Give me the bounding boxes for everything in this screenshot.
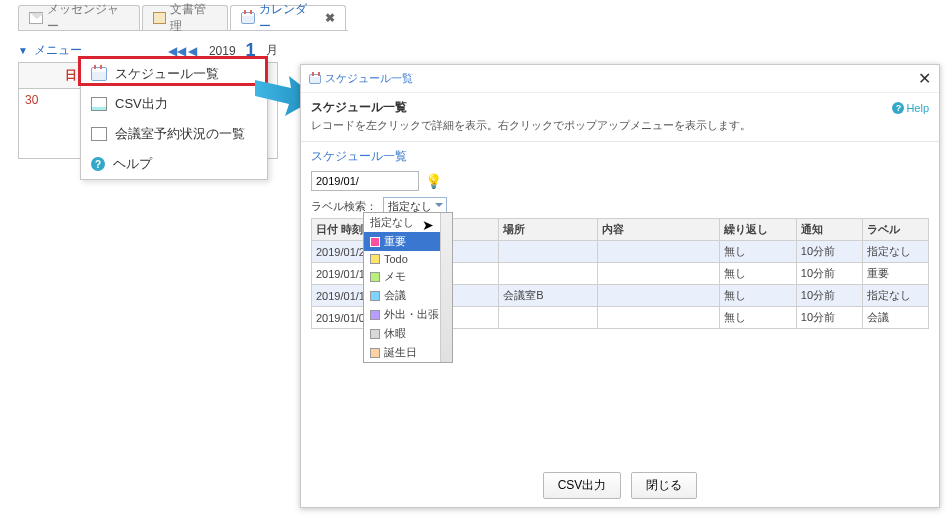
cell-place [499, 307, 598, 329]
tab-label: メッセンジャー [47, 1, 129, 35]
label-option-memo[interactable]: メモ [364, 267, 452, 286]
period-input[interactable] [311, 171, 419, 191]
calendar-icon [91, 67, 107, 81]
cell-repeat: 無し [719, 307, 796, 329]
cell-place [499, 241, 598, 263]
csv-icon [91, 97, 107, 111]
menu-item-label: CSV出力 [115, 95, 168, 113]
cell-notify: 10分前 [796, 241, 862, 263]
menu-item-csv-export[interactable]: CSV出力 [81, 89, 267, 119]
swatch-icon [370, 272, 380, 282]
swatch-icon [370, 291, 380, 301]
menu-item-schedule-list[interactable]: スケジュール一覧 [81, 59, 267, 89]
tab-label: 文書管理 [170, 1, 217, 35]
tab-label: カレンダー [259, 1, 317, 35]
menu-item-room-status[interactable]: 会議室予約状況の一覧 [81, 119, 267, 149]
document-icon [153, 12, 167, 24]
swatch-icon [370, 237, 380, 247]
help-label: Help [906, 102, 929, 114]
dialog-titlebar: スケジュール一覧 ✕ [301, 65, 939, 93]
label-option-meeting[interactable]: 会議 [364, 286, 452, 305]
cell-place [499, 263, 598, 285]
close-tab-icon[interactable]: ✖ [325, 11, 335, 25]
tab-messenger[interactable]: メッセンジャー [18, 5, 140, 30]
help-icon: ? [892, 102, 904, 114]
swatch-icon [370, 329, 380, 339]
window-title: スケジュール一覧 [325, 71, 413, 86]
help-icon: ? [91, 157, 105, 171]
dialog-heading: スケジュール一覧 [311, 99, 407, 116]
close-icon[interactable]: ✕ [918, 69, 931, 88]
list-icon [91, 127, 107, 141]
menu-item-help[interactable]: ? ヘルプ [81, 149, 267, 179]
cell-notify: 10分前 [796, 307, 862, 329]
help-link[interactable]: ? Help [892, 102, 929, 114]
menu-item-label: 会議室予約状況の一覧 [115, 125, 245, 143]
swatch-icon [370, 310, 380, 320]
col-place[interactable]: 場所 [499, 219, 598, 241]
col-repeat[interactable]: 繰り返し [719, 219, 796, 241]
cell-repeat: 無し [719, 241, 796, 263]
csv-export-button[interactable]: CSV出力 [543, 472, 622, 499]
menu-caret-icon[interactable]: ▼ [18, 45, 28, 56]
calendar-icon [241, 12, 255, 24]
menu-button[interactable]: メニュー [34, 42, 82, 59]
swatch-icon [370, 348, 380, 358]
tab-docs[interactable]: 文書管理 [142, 5, 229, 30]
schedule-list-dialog: スケジュール一覧 ✕ スケジュール一覧 ? Help レコードを左クリックで詳細… [300, 64, 940, 508]
calendar-icon [309, 74, 321, 84]
month-suffix: 月 [266, 42, 278, 59]
app-tab-strip: メッセンジャー 文書管理 カレンダー ✖ [18, 5, 348, 31]
close-button[interactable]: 閉じる [631, 472, 697, 499]
year-label: 2019 [209, 44, 236, 58]
cell-label: 重要 [862, 263, 928, 285]
mail-icon [29, 12, 43, 24]
section-title: スケジュール一覧 [301, 141, 939, 171]
dialog-subtitle: レコードを左クリックで詳細を表示。右クリックでポップアップメニューを表示します。 [301, 118, 939, 141]
cell-repeat: 無し [719, 263, 796, 285]
cell-notify: 10分前 [796, 263, 862, 285]
cell-label: 指定なし [862, 285, 928, 307]
scrollbar[interactable] [440, 213, 452, 362]
swatch-icon [370, 254, 380, 264]
first-icon[interactable]: ◀◀ [168, 44, 186, 58]
label-option-out[interactable]: 外出・出張 [364, 305, 452, 324]
label-option-birthday[interactable]: 誕生日 [364, 343, 452, 362]
label-option-none[interactable]: 指定なし [364, 213, 452, 232]
col-label[interactable]: ラベル [862, 219, 928, 241]
col-content[interactable]: 内容 [598, 219, 719, 241]
label-option-vacation[interactable]: 休暇 [364, 324, 452, 343]
col-notify[interactable]: 通知 [796, 219, 862, 241]
label-selected: 指定なし [388, 200, 432, 212]
label-dropdown-list: 指定なし 重要➤ Todo メモ 会議 外出・出張 休暇 誕生日 [363, 212, 453, 363]
cell-content [598, 307, 719, 329]
menu-dropdown: スケジュール一覧 CSV出力 会議室予約状況の一覧 ? ヘルプ [80, 58, 268, 180]
cell-repeat: 無し [719, 285, 796, 307]
label-option-todo[interactable]: Todo [364, 251, 452, 267]
prev-icon[interactable]: ◀ [188, 44, 197, 58]
cell-label: 指定なし [862, 241, 928, 263]
cell-notify: 10分前 [796, 285, 862, 307]
tab-calendar[interactable]: カレンダー ✖ [230, 5, 346, 30]
bulb-icon[interactable]: 💡 [425, 173, 442, 189]
cell-content [598, 263, 719, 285]
label-option-important[interactable]: 重要➤ [364, 232, 452, 251]
cell-place: 会議室B [499, 285, 598, 307]
cell-content [598, 241, 719, 263]
menu-item-label: ヘルプ [113, 155, 152, 173]
cell-content [598, 285, 719, 307]
menu-item-label: スケジュール一覧 [115, 65, 219, 83]
cell-label: 会議 [862, 307, 928, 329]
